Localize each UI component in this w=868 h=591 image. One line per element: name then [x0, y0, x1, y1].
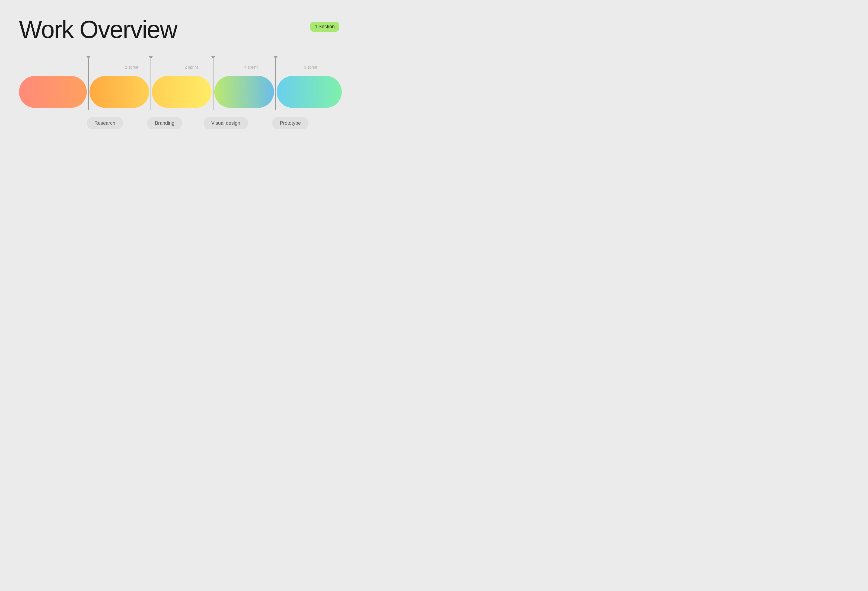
- divider-4: [274, 56, 278, 111]
- bottom-label-prototype: Prototype: [272, 117, 309, 129]
- bottom-labels: Research Branding Visual design Prototyp…: [19, 117, 339, 129]
- bars-container: [19, 74, 339, 109]
- header-area: Work Overview 1 Section: [19, 16, 339, 43]
- bottom-label-research: Research: [87, 117, 123, 129]
- bar-segment-3: [152, 76, 211, 108]
- page-title: Work Overview: [19, 16, 177, 43]
- sprint-label-2: 2 sprint: [185, 65, 198, 69]
- bottom-label-branding: Branding: [147, 117, 182, 129]
- badge-number: 1: [314, 24, 317, 29]
- bar-segment-4: [214, 76, 274, 108]
- bar-segment-1: [19, 76, 87, 108]
- page-container: Work Overview 1 Section 2 sprint 2 sprin…: [0, 0, 358, 244]
- section-badge: 1 Section: [310, 22, 339, 32]
- sprint-label-4: 3 sprint: [304, 65, 317, 69]
- bar-segment-2: [90, 76, 149, 108]
- bottom-label-visual-design: Visual design: [204, 117, 248, 129]
- timeline-wrapper: 2 sprint 2 sprint 4 sprint 3 sprint: [19, 65, 339, 129]
- divider-1: [87, 56, 90, 111]
- divider-2: [149, 56, 153, 111]
- bar-segment-5: [277, 76, 342, 108]
- divider-3: [211, 56, 215, 111]
- sprint-label-1: 2 sprint: [125, 65, 138, 69]
- sprint-label-3: 4 sprint: [244, 65, 257, 69]
- badge-text: Section: [319, 24, 335, 29]
